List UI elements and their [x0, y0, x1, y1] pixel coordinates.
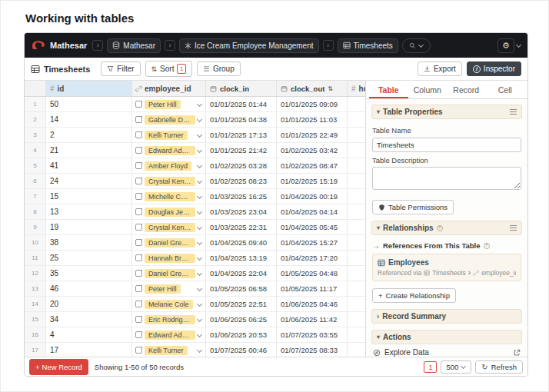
row-number[interactable]: 9 — [25, 220, 46, 234]
cell-id[interactable]: 20 — [46, 297, 132, 311]
column-header-employee-id[interactable]: employee_id — [132, 81, 206, 96]
row-number[interactable]: 1 — [25, 97, 46, 111]
row-number[interactable]: 5 — [25, 158, 46, 173]
sort-button[interactable]: ⇅ Sort 1 — [145, 61, 192, 77]
cell-hours[interactable] — [348, 112, 365, 127]
settings-menu-button[interactable]: ⚙ — [497, 38, 514, 53]
chevron-down-icon[interactable] — [198, 194, 202, 199]
breadcrumb-schema[interactable]: Ice Cream Employee Management — [179, 38, 319, 53]
cell-id[interactable]: 21 — [46, 143, 132, 158]
cell-employee[interactable]: Melanie Cole — [132, 297, 206, 311]
cell-id[interactable]: 14 — [46, 112, 132, 127]
row-number[interactable]: 8 — [25, 204, 46, 219]
cell-clock-in[interactable]: 01/03/2025 16:25 — [206, 189, 277, 204]
cell-employee[interactable]: Kelli Turner — [132, 128, 206, 142]
cell-clock-out[interactable]: 01/06/2025 11:42 — [277, 312, 348, 327]
cell-hours[interactable] — [348, 220, 365, 234]
cell-clock-in[interactable]: 01/01/2025 01:44 — [206, 97, 277, 111]
cell-id[interactable]: 50 — [46, 97, 132, 111]
cell-clock-in[interactable]: 01/03/2025 22:31 — [206, 220, 277, 234]
table-name-input[interactable] — [372, 138, 521, 152]
open-record-icon[interactable] — [135, 193, 142, 200]
open-record-icon[interactable] — [135, 208, 142, 215]
group-button[interactable]: Group — [197, 61, 241, 76]
open-record-icon[interactable] — [135, 285, 142, 292]
cell-id[interactable]: 24 — [46, 174, 132, 188]
table-permissions-button[interactable]: Table Permissions — [372, 200, 454, 214]
section-header-record-summary[interactable]: › Record Summary — [371, 309, 522, 324]
cell-employee[interactable]: Douglas Jenkins — [132, 204, 206, 219]
chevron-down-icon[interactable] — [198, 164, 202, 168]
open-record-icon[interactable] — [135, 254, 142, 261]
section-menu-icon[interactable] — [510, 109, 517, 115]
row-number[interactable]: 4 — [25, 143, 46, 158]
chevron-down-icon[interactable] — [198, 179, 202, 184]
tab-table[interactable]: Table — [369, 81, 408, 98]
select-all-corner[interactable] — [25, 81, 46, 96]
cell-clock-out[interactable]: 01/04/2025 04:14 — [277, 204, 348, 219]
cell-employee[interactable]: Peter Hill — [132, 97, 206, 111]
chevron-down-icon[interactable] — [198, 210, 202, 214]
cell-hours[interactable] — [348, 343, 365, 357]
cell-hours[interactable] — [348, 312, 365, 327]
cell-employee[interactable]: Daniel Greene — [132, 266, 206, 281]
external-link-icon[interactable] — [513, 349, 521, 357]
cell-clock-out[interactable]: 01/01/2025 22:49 — [277, 128, 348, 142]
filter-button[interactable]: Filter — [101, 61, 140, 76]
cell-id[interactable]: 38 — [46, 235, 132, 250]
row-number[interactable]: 10 — [25, 235, 46, 250]
cell-employee[interactable]: Amber Floyd — [132, 158, 206, 173]
cell-id[interactable]: 25 — [46, 251, 132, 265]
help-icon[interactable]: ? — [484, 243, 490, 249]
row-number[interactable]: 17 — [25, 343, 46, 357]
cell-employee[interactable]: Crystal Kennedy — [132, 220, 206, 234]
open-record-icon[interactable] — [135, 316, 142, 323]
row-number[interactable]: 15 — [25, 312, 46, 327]
cell-employee[interactable]: Hannah Brewer — [132, 251, 206, 265]
cell-employee[interactable]: Peter Hill — [132, 281, 206, 296]
cell-hours[interactable] — [348, 251, 365, 265]
help-icon[interactable]: ? — [437, 225, 443, 231]
page-number[interactable]: 1 — [424, 361, 437, 373]
export-button[interactable]: Export — [418, 61, 462, 76]
cell-clock-out[interactable]: 01/01/2025 09:09 — [277, 97, 348, 111]
chevron-down-icon[interactable] — [198, 148, 202, 153]
open-record-icon[interactable] — [135, 162, 142, 169]
section-header-actions[interactable]: ▾ Actions — [371, 330, 522, 344]
cell-clock-in[interactable]: 01/04/2025 09:40 — [206, 235, 277, 250]
cell-clock-in[interactable]: 01/01/2025 17:13 — [206, 128, 277, 142]
cell-hours[interactable] — [348, 174, 365, 188]
open-record-icon[interactable] — [135, 301, 142, 307]
breadcrumb-database[interactable]: Mathesar — [107, 38, 161, 53]
table-description-input[interactable] — [372, 167, 521, 190]
chevron-down-icon[interactable] — [198, 317, 202, 322]
cell-hours[interactable] — [348, 327, 365, 342]
cell-employee[interactable]: Edward Adams — [132, 327, 206, 342]
row-number[interactable]: 7 — [25, 189, 46, 204]
cell-id[interactable]: 2 — [46, 128, 132, 142]
cell-clock-in[interactable]: 01/02/2025 03:28 — [206, 158, 277, 173]
chevron-down-icon[interactable] — [198, 271, 202, 276]
cell-employee[interactable]: Michelle Carter — [132, 189, 206, 204]
cell-id[interactable]: 46 — [46, 281, 132, 296]
chevron-down-icon[interactable] — [198, 241, 202, 245]
create-relationship-button[interactable]: + Create Relationship — [372, 288, 456, 303]
cell-id[interactable]: 4 — [46, 327, 132, 342]
chevron-down-icon[interactable] — [198, 133, 202, 138]
chevron-down-icon[interactable] — [198, 302, 202, 307]
explore-data-button[interactable]: Explore Data — [371, 344, 522, 357]
cell-clock-in[interactable]: 01/01/2025 04:38 — [206, 112, 277, 127]
logo-wordmark[interactable]: Mathesar — [50, 41, 87, 50]
new-record-button[interactable]: + New Record — [29, 359, 88, 375]
row-number[interactable]: 13 — [25, 281, 46, 296]
row-number[interactable]: 2 — [25, 112, 46, 127]
column-header-clock-out[interactable]: clock_out ⇅ — [277, 81, 348, 96]
open-record-icon[interactable] — [135, 270, 142, 277]
cell-hours[interactable] — [348, 143, 365, 158]
cell-employee[interactable]: Eric Rodriguez — [132, 312, 206, 327]
cell-id[interactable]: 13 — [46, 204, 132, 219]
chevron-down-icon[interactable] — [198, 348, 202, 353]
cell-id[interactable]: 41 — [46, 158, 132, 173]
cell-clock-out[interactable]: 01/02/2025 15:19 — [277, 174, 348, 188]
open-record-icon[interactable] — [135, 131, 142, 138]
